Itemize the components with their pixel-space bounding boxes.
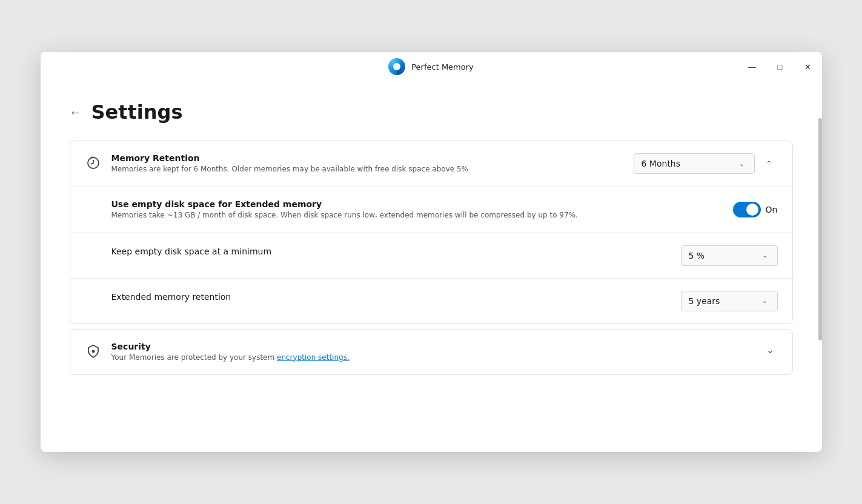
scrollbar-thumb[interactable] bbox=[818, 118, 822, 340]
memory-retention-dropdown[interactable]: 6 Months ⌄ bbox=[634, 153, 755, 174]
security-label: Security bbox=[111, 342, 350, 351]
app-logo-inner bbox=[393, 63, 400, 70]
disk-space-placeholder-icon bbox=[85, 248, 102, 265]
titlebar-left bbox=[41, 52, 50, 81]
extended-retention-right: 5 years ⌄ bbox=[681, 291, 778, 311]
security-desc: Your Memories are protected by your syst… bbox=[111, 353, 350, 363]
clock-icon bbox=[85, 154, 102, 171]
disk-space-right: 5 % ⌄ bbox=[681, 245, 778, 266]
security-expand-icon[interactable]: ⌄ bbox=[763, 343, 778, 357]
security-header-left: Security Your Memories are protected by … bbox=[85, 342, 350, 363]
extended-retention-row: Extended memory retention 5 years ⌄ bbox=[70, 279, 792, 323]
security-section: Security Your Memories are protected by … bbox=[70, 329, 793, 376]
memory-retention-header: Memory Retention Memories are kept for 6… bbox=[70, 141, 792, 187]
security-text: Security Your Memories are protected by … bbox=[111, 342, 350, 363]
main-content: ← Settings Memory Retention bbox=[41, 81, 822, 452]
scrollbar-track[interactable] bbox=[818, 81, 822, 452]
extended-memory-placeholder-icon bbox=[85, 201, 102, 217]
extended-memory-right: On bbox=[733, 202, 778, 217]
disk-space-dropdown-value: 5 % bbox=[689, 251, 705, 260]
security-header: Security Your Memories are protected by … bbox=[70, 330, 792, 375]
encryption-settings-link[interactable]: encryption settings. bbox=[277, 353, 350, 362]
disk-space-row: Keep empty disk space at a minimum 5 % ⌄ bbox=[70, 233, 792, 279]
toggle-knob bbox=[746, 204, 758, 216]
app-title: Perfect Memory bbox=[411, 62, 474, 71]
memory-retention-left: Memory Retention Memories are kept for 6… bbox=[85, 153, 634, 174]
extended-retention-label: Extended memory retention bbox=[111, 292, 681, 302]
memory-retention-dropdown-value: 6 Months bbox=[642, 159, 681, 168]
app-logo bbox=[388, 58, 405, 75]
titlebar-center: Perfect Memory bbox=[388, 58, 474, 75]
extended-memory-label: Use empty disk space for Extended memory bbox=[111, 199, 733, 209]
titlebar: Perfect Memory — □ ✕ bbox=[41, 52, 822, 81]
app-window: Perfect Memory — □ ✕ ← Settings bbox=[41, 52, 822, 452]
toggle-wrap: On bbox=[733, 202, 778, 217]
toggle-on-label: On bbox=[766, 205, 778, 214]
extended-memory-row: Use empty disk space for Extended memory… bbox=[70, 187, 792, 233]
window-controls: — □ ✕ bbox=[738, 52, 822, 81]
minimize-button[interactable]: — bbox=[738, 52, 766, 81]
memory-retention-label: Memory Retention bbox=[111, 153, 634, 163]
extended-memory-text: Use empty disk space for Extended memory… bbox=[111, 199, 733, 220]
disk-space-label: Keep empty disk space at a minimum bbox=[111, 247, 681, 256]
shield-icon bbox=[85, 343, 102, 360]
close-button[interactable]: ✕ bbox=[794, 52, 822, 81]
page-title: Settings bbox=[91, 101, 183, 124]
extended-retention-dropdown-value: 5 years bbox=[689, 296, 720, 306]
disk-space-chevron-icon: ⌄ bbox=[760, 251, 770, 260]
extended-retention-text: Extended memory retention bbox=[111, 292, 681, 303]
page-header: ← Settings bbox=[70, 101, 793, 124]
disk-space-left: Keep empty disk space at a minimum bbox=[85, 247, 681, 265]
extended-retention-placeholder-icon bbox=[85, 293, 102, 310]
extended-memory-left: Use empty disk space for Extended memory… bbox=[85, 199, 733, 220]
maximize-button[interactable]: □ bbox=[766, 52, 794, 81]
svg-point-1 bbox=[91, 350, 94, 353]
memory-retention-right: 6 Months ⌄ ⌃ bbox=[634, 153, 778, 174]
memory-retention-desc: Memories are kept for 6 Months. Older me… bbox=[111, 164, 634, 174]
security-desc-text: Your Memories are protected by your syst… bbox=[111, 353, 275, 362]
extended-retention-dropdown[interactable]: 5 years ⌄ bbox=[681, 291, 778, 311]
memory-retention-collapse-icon[interactable]: ⌃ bbox=[761, 155, 778, 172]
disk-space-dropdown[interactable]: 5 % ⌄ bbox=[681, 245, 778, 266]
extended-memory-desc: Memories take ~13 GB / month of disk spa… bbox=[111, 210, 733, 220]
extended-memory-toggle[interactable] bbox=[733, 202, 761, 217]
extended-retention-chevron-icon: ⌄ bbox=[760, 296, 770, 306]
disk-space-text: Keep empty disk space at a minimum bbox=[111, 247, 681, 257]
back-button[interactable]: ← bbox=[70, 105, 82, 119]
extended-retention-left: Extended memory retention bbox=[85, 292, 681, 310]
memory-retention-text: Memory Retention Memories are kept for 6… bbox=[111, 153, 634, 174]
dropdown-chevron-down-icon: ⌄ bbox=[737, 159, 747, 168]
memory-retention-section: Memory Retention Memories are kept for 6… bbox=[70, 141, 793, 324]
